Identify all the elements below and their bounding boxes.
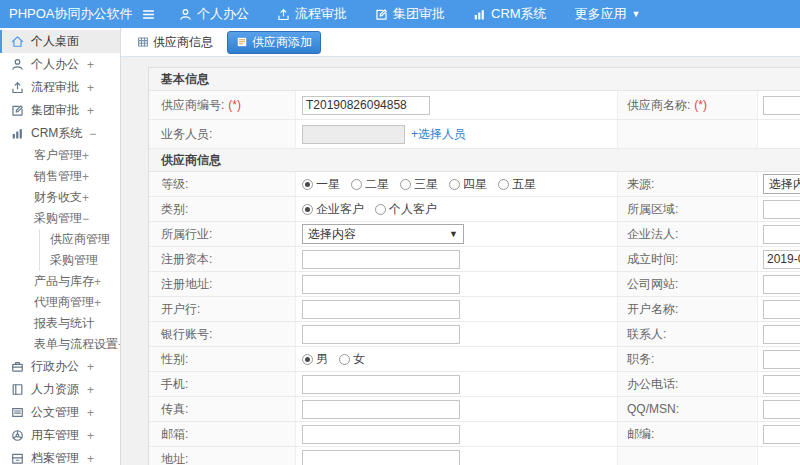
sidebar-item-purchasing[interactable]: 采购管理 — [40, 250, 120, 271]
radio-option[interactable]: 四星 — [449, 176, 487, 193]
radio-option[interactable]: 男 — [302, 351, 328, 368]
sidebar-item-personal-desktop[interactable]: 个人桌面 — [0, 30, 120, 53]
collapse-toggle[interactable]: − — [82, 212, 89, 226]
sidebar-item-group-approval[interactable]: 集团审批 + — [0, 99, 120, 122]
field-label: 职务: — [618, 347, 758, 371]
fax-input[interactable] — [302, 400, 460, 419]
field-label: 所属行业: — [149, 222, 296, 246]
expand-toggle[interactable]: + — [87, 383, 94, 397]
mobile-input[interactable] — [302, 375, 460, 394]
address-input[interactable] — [302, 450, 460, 465]
form-row: 银行账号: 联系人: — [149, 322, 800, 347]
person-icon — [11, 58, 24, 71]
sidebar-item-personal-office[interactable]: 个人办公 + — [0, 53, 120, 76]
upload-icon — [277, 8, 290, 21]
radio-option[interactable]: 个人客户 — [375, 201, 437, 218]
supplier-add-form: 基本信息 供应商编号:(*) 供应商名称:(*) 业务人员: — [148, 67, 800, 465]
topmenu-group-approval[interactable]: 集团审批 — [375, 5, 445, 23]
field-label: 等级: — [149, 172, 296, 196]
expand-toggle[interactable]: + — [94, 275, 101, 289]
menu-toggle-button[interactable] — [142, 8, 155, 21]
expand-toggle[interactable]: + — [87, 104, 94, 118]
radio-icon — [351, 179, 362, 190]
contact-input[interactable] — [763, 325, 800, 344]
sidebar-item-form-flow-settings[interactable]: 表单与流程设置 + — [0, 334, 120, 355]
topmenu-crm-system[interactable]: CRM系统 — [473, 5, 547, 23]
website-input[interactable] — [763, 275, 800, 294]
sidebar-item-supplier-mgmt[interactable]: 供应商管理 — [40, 229, 120, 250]
source-select[interactable]: 选择内容▼ — [763, 174, 800, 194]
radio-icon — [339, 354, 350, 365]
tab-supplier-add[interactable]: 供应商添加 — [227, 31, 321, 54]
radio-option[interactable]: 女 — [339, 351, 365, 368]
sidebar-item-finance[interactable]: 财务收支 + — [0, 187, 120, 208]
sidebar-item-crm-system[interactable]: CRM系统 − — [0, 122, 120, 145]
expand-toggle[interactable]: + — [82, 191, 89, 205]
sidebar-item-archive-mgmt[interactable]: 档案管理 + — [0, 447, 120, 465]
supplier-no-input[interactable] — [302, 96, 430, 115]
bank-input[interactable] — [302, 300, 460, 319]
sidebar-item-workflow-approval[interactable]: 流程审批 + — [0, 76, 120, 99]
legal-person-input[interactable] — [763, 225, 800, 244]
empty-cell — [618, 120, 758, 148]
sidebar-item-label: 采购管理 — [50, 252, 98, 269]
qq-msn-input[interactable] — [763, 400, 800, 419]
field-label: 开户名称: — [618, 297, 758, 321]
form-row: 性别: 男 女 职务: — [149, 347, 800, 372]
sidebar-item-reports-stats[interactable]: 报表与统计 — [0, 313, 120, 334]
sidebar-item-hr[interactable]: 人力资源 + — [0, 378, 120, 401]
radio-option[interactable]: 三星 — [400, 176, 438, 193]
caret-down-icon: ▼ — [449, 230, 458, 239]
position-input[interactable] — [763, 350, 800, 369]
sidebar: 个人桌面 个人办公 + 流程审批 + 集团审批 + CRM系统 − 客户管理 +… — [0, 28, 121, 465]
topmenu-personal-office[interactable]: 个人办公 — [179, 5, 249, 23]
hamburger-icon — [142, 8, 155, 21]
radio-icon — [400, 179, 411, 190]
industry-select[interactable]: 选择内容▼ — [302, 224, 464, 244]
founded-date-input[interactable] — [763, 250, 800, 269]
account-name-input[interactable] — [763, 300, 800, 319]
expand-toggle[interactable]: + — [87, 452, 94, 465]
field-label: 注册地址: — [149, 272, 296, 296]
select-staff-link[interactable]: +选择人员 — [411, 126, 466, 143]
sidebar-item-document-mgmt[interactable]: 公文管理 + — [0, 401, 120, 424]
field-label: 企业法人: — [618, 222, 758, 246]
sidebar-item-admin-office[interactable]: 行政办公 + — [0, 355, 120, 378]
sidebar-item-customer-mgmt[interactable]: 客户管理 + — [0, 145, 120, 166]
bank-account-input[interactable] — [302, 325, 460, 344]
sidebar-item-purchase-mgmt[interactable]: 采购管理 − — [0, 208, 120, 229]
field-label: 所属区域: — [618, 197, 758, 221]
expand-toggle[interactable]: + — [87, 429, 94, 443]
expand-toggle[interactable]: + — [87, 58, 94, 72]
expand-toggle[interactable]: + — [82, 149, 89, 163]
sidebar-item-product-inventory[interactable]: 产品与库存 + — [0, 271, 120, 292]
expand-toggle[interactable]: + — [87, 406, 94, 420]
zipcode-input[interactable] — [763, 425, 800, 444]
topmenu-workflow-approval[interactable]: 流程审批 — [277, 5, 347, 23]
staff-input[interactable] — [302, 125, 405, 144]
sidebar-item-sales-mgmt[interactable]: 销售管理 + — [0, 166, 120, 187]
reg-address-input[interactable] — [302, 275, 460, 294]
sidebar-item-agent-mgmt[interactable]: 代理商管理 + — [0, 292, 120, 313]
office-phone-input[interactable] — [763, 375, 800, 394]
required-mark: (*) — [694, 98, 707, 112]
topmenu-more-apps[interactable]: 更多应用 ▼ — [575, 5, 641, 23]
radio-option[interactable]: 五星 — [498, 176, 536, 193]
collapse-toggle[interactable]: − — [89, 127, 96, 141]
sidebar-item-vehicle-mgmt[interactable]: 用车管理 + — [0, 424, 120, 447]
topmenu-item-label: CRM系统 — [491, 5, 547, 23]
expand-toggle[interactable]: + — [87, 360, 94, 374]
gender-radio-group: 男 女 — [302, 351, 365, 368]
expand-toggle[interactable]: + — [82, 170, 89, 184]
expand-toggle[interactable]: + — [94, 296, 101, 310]
reg-capital-input[interactable] — [302, 250, 460, 269]
expand-toggle[interactable]: + — [87, 81, 94, 95]
tab-supplier-info[interactable]: 供应商信息 — [133, 31, 217, 54]
radio-option[interactable]: 一星 — [302, 176, 340, 193]
region-input[interactable] — [763, 200, 800, 219]
supplier-name-input[interactable] — [763, 96, 800, 115]
field-label: 开户行: — [149, 297, 296, 321]
email-input[interactable] — [302, 425, 460, 444]
radio-option[interactable]: 二星 — [351, 176, 389, 193]
radio-option[interactable]: 企业客户 — [302, 201, 364, 218]
